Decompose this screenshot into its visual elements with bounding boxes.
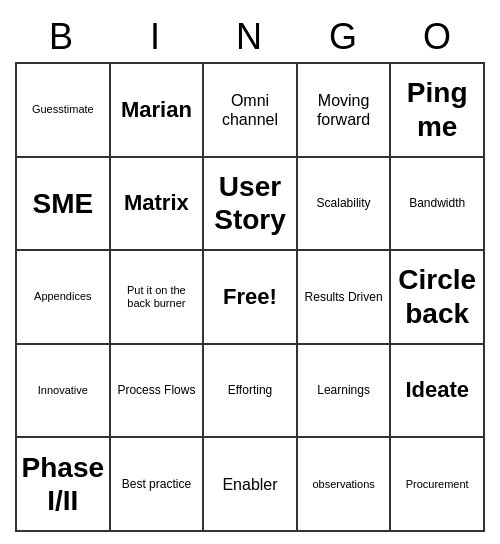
cell-text-r2-c4: Circle back: [395, 263, 479, 330]
cell-text-r1-c1: Matrix: [124, 190, 189, 216]
cell-text-r4-c2: Enabler: [222, 475, 277, 494]
cell-text-r0-c4: Ping me: [395, 76, 479, 143]
cell-text-r1-c2: User Story: [208, 170, 292, 237]
bingo-card: BINGO GuesstimateMarianOmni channelMovin…: [15, 12, 485, 532]
cell-r1-c1: Matrix: [111, 158, 205, 252]
cell-r4-c3: observations: [298, 438, 392, 532]
cell-r2-c1: Put it on the back burner: [111, 251, 205, 345]
cell-text-r2-c3: Results Driven: [305, 290, 383, 304]
cell-r2-c4: Circle back: [391, 251, 485, 345]
cell-r2-c3: Results Driven: [298, 251, 392, 345]
cell-text-r4-c0: Phase I/II: [21, 451, 105, 518]
header-letter-B: B: [15, 12, 109, 62]
cell-r1-c0: SME: [17, 158, 111, 252]
cell-text-r2-c1: Put it on the back burner: [115, 284, 199, 310]
header-letter-G: G: [297, 12, 391, 62]
cell-text-r4-c4: Procurement: [406, 478, 469, 491]
cell-text-r3-c1: Process Flows: [117, 383, 195, 397]
cell-r4-c1: Best practice: [111, 438, 205, 532]
cell-r2-c0: Appendices: [17, 251, 111, 345]
cell-r4-c4: Procurement: [391, 438, 485, 532]
cell-r0-c1: Marian: [111, 64, 205, 158]
cell-r0-c2: Omni channel: [204, 64, 298, 158]
cell-text-r0-c1: Marian: [121, 97, 192, 123]
cell-text-r3-c0: Innovative: [38, 384, 88, 397]
cell-text-r0-c3: Moving forward: [302, 91, 386, 129]
cell-r4-c2: Enabler: [204, 438, 298, 532]
cell-text-r4-c1: Best practice: [122, 477, 191, 491]
cell-text-r3-c3: Learnings: [317, 383, 370, 397]
cell-text-r1-c4: Bandwidth: [409, 196, 465, 210]
cell-text-r0-c0: Guesstimate: [32, 103, 94, 116]
cell-text-r0-c2: Omni channel: [208, 91, 292, 129]
cell-r3-c1: Process Flows: [111, 345, 205, 439]
cell-r0-c4: Ping me: [391, 64, 485, 158]
cell-r1-c3: Scalability: [298, 158, 392, 252]
cell-text-r3-c4: Ideate: [405, 377, 469, 403]
cell-r3-c2: Efforting: [204, 345, 298, 439]
cell-r3-c0: Innovative: [17, 345, 111, 439]
bingo-header: BINGO: [15, 12, 485, 62]
cell-r4-c0: Phase I/II: [17, 438, 111, 532]
cell-text-r3-c2: Efforting: [228, 383, 272, 397]
cell-text-r1-c3: Scalability: [317, 196, 371, 210]
cell-r1-c4: Bandwidth: [391, 158, 485, 252]
bingo-grid: GuesstimateMarianOmni channelMoving forw…: [15, 62, 485, 532]
cell-text-r2-c2: Free!: [223, 284, 277, 310]
header-letter-O: O: [391, 12, 485, 62]
cell-r3-c4: Ideate: [391, 345, 485, 439]
cell-r0-c3: Moving forward: [298, 64, 392, 158]
cell-text-r4-c3: observations: [312, 478, 374, 491]
cell-text-r2-c0: Appendices: [34, 290, 92, 303]
cell-text-r1-c0: SME: [32, 187, 93, 221]
header-letter-N: N: [203, 12, 297, 62]
cell-r0-c0: Guesstimate: [17, 64, 111, 158]
cell-r1-c2: User Story: [204, 158, 298, 252]
cell-r2-c2: Free!: [204, 251, 298, 345]
cell-r3-c3: Learnings: [298, 345, 392, 439]
header-letter-I: I: [109, 12, 203, 62]
